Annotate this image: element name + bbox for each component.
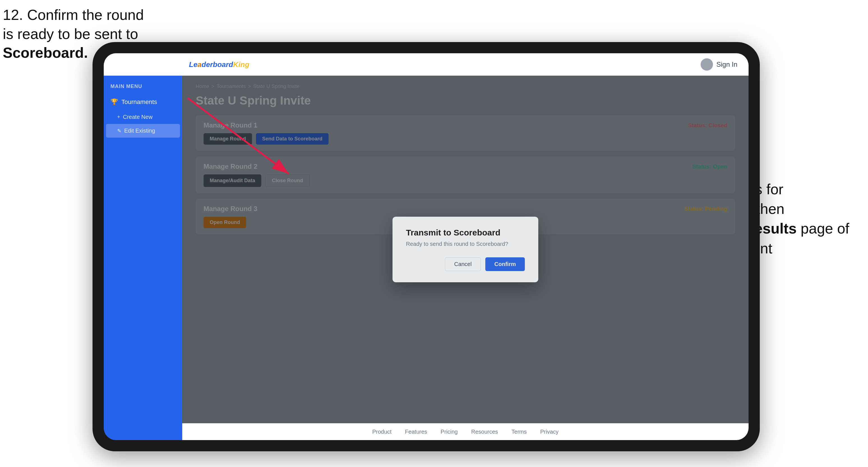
footer-product[interactable]: Product	[372, 429, 392, 435]
top-nav: LeaderboardKing Sign In	[104, 53, 749, 76]
annotation-line2: is ready to be sent to	[3, 26, 138, 42]
footer: Product Features Pricing Resources Terms…	[182, 423, 749, 440]
modal-overlay: Transmit to Scoreboard Ready to send thi…	[182, 76, 749, 423]
app-container: LeaderboardKing Sign In MAIN MENU 🏆 Tour…	[104, 53, 749, 440]
confirm-button[interactable]: Confirm	[485, 257, 525, 271]
main-menu-label: MAIN MENU	[104, 81, 182, 92]
sidebar-item-tournaments[interactable]: 🏆 Tournaments	[104, 94, 182, 110]
trophy-icon: 🏆	[111, 98, 118, 106]
cancel-button[interactable]: Cancel	[445, 257, 481, 271]
edit-existing-label: Edit Existing	[124, 128, 155, 134]
transmit-modal: Transmit to Scoreboard Ready to send thi…	[393, 217, 538, 282]
annotation-line1: 12. Confirm the round	[3, 7, 144, 23]
content-area: Home > Tournaments > State U Spring Invi…	[182, 76, 749, 423]
edit-icon: ✎	[117, 128, 121, 134]
sidebar-item-create-new[interactable]: + Create New	[104, 110, 182, 124]
user-nav[interactable]: Sign In	[701, 58, 737, 71]
create-new-label: Create New	[123, 114, 153, 120]
plus-icon: +	[117, 114, 120, 120]
annotation-right-line4: page of	[801, 220, 849, 237]
sidebar-item-edit-existing[interactable]: ✎ Edit Existing	[106, 124, 180, 137]
logo: LeaderboardKing	[189, 60, 249, 69]
sidebar: MAIN MENU 🏆 Tournaments + Create New ✎	[104, 76, 182, 440]
footer-terms[interactable]: Terms	[512, 429, 527, 435]
modal-actions: Cancel Confirm	[406, 257, 525, 271]
tablet-screen: LeaderboardKing Sign In MAIN MENU 🏆 Tour…	[104, 53, 749, 440]
modal-subtitle: Ready to send this round to Scoreboard?	[406, 241, 525, 247]
modal-title: Transmit to Scoreboard	[406, 228, 525, 238]
avatar	[701, 58, 713, 71]
main-layout: MAIN MENU 🏆 Tournaments + Create New ✎	[104, 76, 749, 440]
sign-in-label[interactable]: Sign In	[716, 61, 737, 68]
tablet-frame: LeaderboardKing Sign In MAIN MENU 🏆 Tour…	[93, 42, 760, 451]
sidebar-tournaments-label: Tournaments	[121, 98, 157, 106]
footer-features[interactable]: Features	[405, 429, 427, 435]
annotation-line3: Scoreboard.	[3, 44, 88, 61]
footer-privacy[interactable]: Privacy	[540, 429, 559, 435]
footer-resources[interactable]: Resources	[471, 429, 498, 435]
footer-pricing[interactable]: Pricing	[441, 429, 458, 435]
